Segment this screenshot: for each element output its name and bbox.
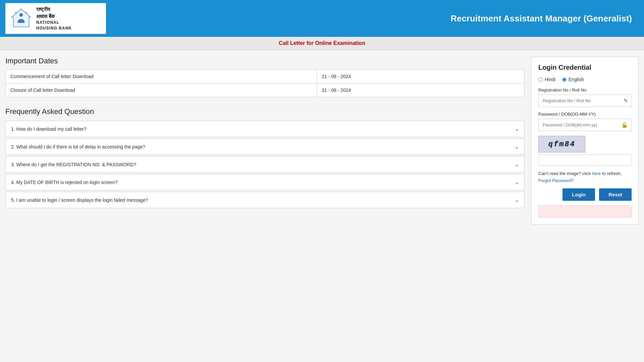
captcha-image: qfm84 — [538, 136, 585, 153]
nhb-logo-icon — [9, 7, 33, 30]
button-row: Login Reset — [538, 188, 632, 201]
chevron-down-icon: ⌄ — [515, 143, 519, 150]
reg-label: Registration No / Roll No — [538, 87, 632, 93]
login-button[interactable]: Login — [562, 188, 595, 201]
logo-area: राष्ट्रीय आवास बैंक NATIONAL HOUSING BAN… — [5, 3, 106, 34]
lock-icon: 🔒 — [618, 122, 631, 128]
left-content: Important Dates Commencement of Call let… — [5, 57, 531, 225]
page-title: Recruitment Assistant Manager (Generalis… — [106, 13, 639, 24]
edit-icon: ✎ — [620, 98, 631, 104]
lang-hindi-label: Hindi — [545, 77, 555, 82]
registration-input[interactable] — [539, 95, 620, 107]
lang-english-option[interactable]: English — [562, 77, 584, 82]
sub-header: Call Letter for Online Examination — [0, 37, 644, 50]
logo-english-line1: NATIONAL — [36, 20, 72, 25]
sub-header-text: Call Letter for Online Examination — [279, 40, 365, 46]
date-label-1: Commencement of Call letter Download — [6, 70, 317, 83]
date-label-2: Closure of Call letter Download — [6, 83, 317, 97]
page-header: राष्ट्रीय आवास बैंक NATIONAL HOUSING BAN… — [0, 0, 644, 37]
faq-question-5: 5. I am unable to login / screen display… — [11, 197, 148, 203]
forgot-password-link[interactable]: Forgot Password? — [538, 178, 632, 183]
faq-item-5[interactable]: 5. I am unable to login / screen display… — [5, 192, 525, 208]
lang-english-label: English — [569, 77, 584, 82]
svg-point-2 — [19, 13, 23, 17]
reg-field-container: ✎ — [538, 95, 632, 107]
main-layout: Important Dates Commencement of Call let… — [0, 50, 644, 231]
faq-item-4[interactable]: 4. My DATE OF BIRTH is rejected on login… — [5, 174, 525, 190]
captcha-input[interactable] — [538, 155, 632, 166]
faq-question-3: 3. Where do I get the REGISTRATION NO. &… — [11, 162, 136, 167]
chevron-down-icon: ⌄ — [515, 197, 519, 203]
chevron-down-icon: ⌄ — [515, 126, 519, 132]
faq-question-1: 1. How do I download my call letter? — [11, 126, 87, 132]
date-value-1: 21 - 08 - 2024 — [317, 70, 525, 83]
faq-item-1[interactable]: 1. How do I download my call letter? ⌄ — [5, 121, 525, 137]
language-selection: Hindi English — [538, 77, 632, 82]
important-dates-title: Important Dates — [5, 57, 525, 65]
password-label: Password / DOB(DD-MM-YY) — [538, 112, 632, 117]
captcha-refresh-text: Can't read the image? click here to refr… — [538, 171, 632, 176]
faq-title: Frequently Asked Question — [5, 107, 525, 116]
chevron-down-icon: ⌄ — [515, 161, 519, 168]
dates-table: Commencement of Call letter Download 21 … — [5, 69, 525, 97]
password-field-container: 🔒 — [538, 119, 632, 131]
svg-marker-1 — [12, 9, 30, 27]
logo-hindi: राष्ट्रीय — [36, 6, 72, 13]
bottom-hint-area — [538, 205, 632, 218]
reset-button[interactable]: Reset — [599, 188, 632, 201]
date-value-2: 31 - 08 - 2024 — [317, 83, 525, 97]
faq-item-2[interactable]: 2. What should I do if there is lot of d… — [5, 138, 525, 155]
faq-item-3[interactable]: 3. Where do I get the REGISTRATION NO. &… — [5, 156, 525, 173]
svg-point-3 — [15, 12, 17, 13]
captcha-refresh-link[interactable]: here — [592, 171, 601, 176]
lang-hindi-option[interactable]: Hindi — [538, 77, 555, 82]
lang-english-radio[interactable] — [562, 77, 567, 82]
logo-text: राष्ट्रीय आवास बैंक NATIONAL HOUSING BAN… — [36, 6, 72, 31]
cant-read-prefix: Can't read the image? click — [538, 171, 592, 176]
svg-point-4 — [25, 12, 27, 13]
table-row: Commencement of Call letter Download 21 … — [6, 70, 525, 83]
logo-english-line2: HOUSING BANK — [36, 25, 72, 31]
captcha-area: qfm84 — [538, 136, 632, 168]
table-row: Closure of Call letter Download 31 - 08 … — [6, 83, 525, 97]
logo-hindi-line2: आवास बैंक — [36, 13, 72, 20]
login-title: Login Credential — [538, 64, 632, 71]
cant-read-suffix: to refresh. — [601, 171, 622, 176]
faq-question-2: 2. What should I do if there is lot of d… — [11, 144, 145, 149]
faq-question-4: 4. My DATE OF BIRTH is rejected on login… — [11, 180, 118, 185]
chevron-down-icon: ⌄ — [515, 179, 519, 185]
password-input[interactable] — [539, 119, 618, 131]
login-panel: Login Credential Hindi English Registrat… — [531, 57, 639, 225]
lang-hindi-radio[interactable] — [538, 77, 543, 82]
